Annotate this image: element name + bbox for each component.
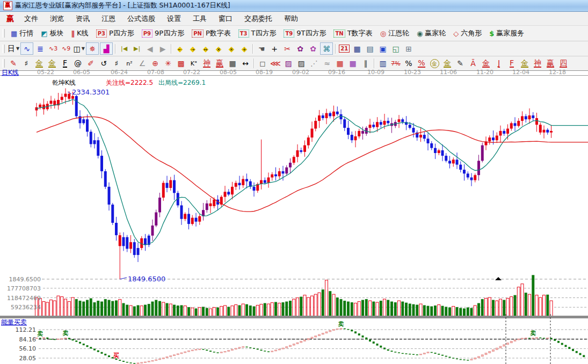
shen-slash-icon[interactable]: 神 (532, 58, 543, 69)
toolbar-grip[interactable] (2, 59, 5, 68)
circle-cross-icon[interactable]: ⊕ (149, 58, 161, 69)
dense-grid-icon[interactable]: ▦ (227, 58, 238, 69)
menu-item-8[interactable]: 窗口 (213, 13, 238, 24)
trendline-icon[interactable]: ∿ (20, 42, 33, 55)
hexagon-button[interactable]: ◇六角形 (449, 27, 485, 40)
toolbar-grip[interactable] (2, 45, 5, 53)
calculator-icon[interactable]: ▦ (351, 43, 363, 54)
chart-3-icon[interactable]: ∿3 (47, 43, 59, 54)
blocks-button[interactable]: ◩板块 (37, 27, 67, 40)
gann-lines-icon[interactable]: ♯ (20, 58, 32, 69)
fan-box-icon[interactable]: ▨ (282, 58, 294, 69)
gold-slash-icon[interactable]: 金 (519, 58, 531, 69)
angle-icon[interactable]: ∠ (136, 58, 148, 69)
p-square-button[interactable]: P3P四方形 (92, 27, 138, 40)
menu-item-3[interactable]: 资讯 (70, 13, 96, 24)
hspan-arrow-icon[interactable]: ↔ (239, 58, 251, 69)
notepad-icon[interactable]: ▤ (364, 43, 376, 54)
chart-area[interactable]: 05-2206-0506-2407-0807-2208-0508-1909-02… (0, 68, 588, 364)
gann-wheel-button[interactable]: ◎江恩轮 (376, 27, 413, 40)
title-bar[interactable]: 赢 赢家江恩专业版[赢家内部服务平台] - [上证指数 SH1A0001-167… (0, 0, 588, 12)
pane-splitter[interactable] (0, 316, 588, 318)
p-number-button[interactable]: PNP数字表 (188, 27, 235, 40)
period-day-dropdown[interactable]: 日▼ (8, 43, 19, 54)
menu-item-1[interactable]: 文件 (18, 13, 44, 24)
diamond-cross-icon[interactable]: ◆+ (238, 43, 250, 54)
kline-mark-icon[interactable]: K" (188, 58, 200, 69)
red-grid-icon[interactable]: ▦ (334, 58, 346, 69)
calendar-icon[interactable]: 21 (338, 43, 350, 54)
ray-fan-icon[interactable]: ⋰ (308, 58, 320, 69)
menu-item-10[interactable]: 帮助 (278, 13, 304, 24)
shen-line-icon[interactable]: 神 (201, 58, 213, 69)
t-number-button[interactable]: TNT数字表 (330, 27, 376, 40)
gann-web-icon[interactable]: ✳ (162, 58, 174, 69)
menu-item-9[interactable]: 交易委托 (238, 13, 278, 24)
pattern-icon[interactable]: ✵ (86, 42, 99, 55)
gold-line-icon[interactable]: 金 (33, 58, 45, 69)
hatch-box-icon[interactable]: ▨ (295, 58, 307, 69)
kline-chart-svg[interactable]: 05-2206-0506-2407-0807-2208-0508-1909-02… (0, 68, 588, 364)
box-select-icon[interactable]: ◻ (257, 58, 268, 69)
quotes-button[interactable]: ▦行情 (7, 27, 37, 40)
price-pane-label[interactable]: 日K线 (2, 69, 19, 76)
diamond-expand-icon[interactable]: ◆✳ (226, 43, 237, 54)
n2-cycle-icon[interactable]: n² (124, 58, 135, 69)
export-icon[interactable]: ◱ (390, 43, 402, 54)
f-slash-icon[interactable]: F (506, 58, 518, 69)
menu-item-5[interactable]: 公式选股 (121, 13, 161, 24)
info-list-icon[interactable]: ≣ (34, 43, 46, 54)
ribbon-tool-icon[interactable]: ✿ (307, 43, 319, 54)
p9-square-button[interactable]: P99P四方形 (138, 27, 188, 40)
diamond-right-icon[interactable]: ◆→ (187, 43, 199, 54)
menu-item-6[interactable]: 设置 (161, 13, 187, 24)
menu-item-7[interactable]: 工具 (187, 13, 213, 24)
t-square-button[interactable]: T3T四方形 (235, 27, 280, 40)
ying-line-icon[interactable]: 赢 (214, 58, 226, 69)
percent-line-icon[interactable]: % (416, 58, 427, 69)
kline-button[interactable]: ∥K线 (68, 27, 92, 40)
candle-type-dropdown[interactable]: ◫▼ (73, 43, 85, 54)
ying-slash-icon[interactable]: 赢 (545, 58, 556, 69)
save-icon[interactable]: ▣ (377, 43, 389, 54)
pencil-tool-icon[interactable]: ✎ (8, 58, 19, 69)
hand-tool-icon[interactable]: ☚ (256, 43, 267, 54)
flag-pencil-icon[interactable]: ✎ (454, 58, 466, 69)
zigzag-wave-icon[interactable]: ≈ (321, 58, 333, 69)
next-bar-icon[interactable]: ▶ (157, 43, 169, 54)
slashes-icon[interactable]: ∥ (360, 58, 372, 69)
prev-bar-icon[interactable]: ◀ (144, 43, 156, 54)
si-slash-icon[interactable]: 四 (557, 58, 569, 69)
menu-item-2[interactable]: 浏览 (44, 13, 70, 24)
f-line-icon[interactable]: F (59, 58, 71, 69)
gold-red-line-icon[interactable]: 金 (480, 58, 492, 69)
indicator-pane-label[interactable]: 能量买卖 (1, 318, 27, 326)
price-pane[interactable] (35, 88, 588, 279)
gold-circle-icon[interactable]: 金 (429, 58, 440, 69)
percent-icon[interactable]: % (403, 58, 415, 69)
winner-wheel-button[interactable]: ◉赢家轮 (413, 27, 449, 40)
j-slash-icon[interactable]: J (493, 58, 505, 69)
diamond-close-icon[interactable]: ◆✕ (213, 43, 224, 54)
last-bar-icon[interactable]: ▶| (131, 43, 143, 54)
gold-line2-icon[interactable]: 金 (46, 58, 58, 69)
diamond-hspan-icon[interactable]: ◆↔ (200, 43, 212, 54)
hash-lines-icon[interactable]: ♯ (111, 58, 122, 69)
purple-grid-icon[interactable]: ▦ (347, 58, 359, 69)
print-icon[interactable]: ⊞ (403, 43, 415, 54)
histogram-icon[interactable]: ▟ (100, 42, 113, 55)
wave-a-icon[interactable]: Ã (467, 58, 479, 69)
scale-chart-icon[interactable]: ▥ (377, 58, 389, 69)
gann-box-icon[interactable]: ▩ (175, 58, 187, 69)
menu-item-4[interactable]: 江恩 (96, 13, 121, 24)
ai-analyze-icon[interactable]: ⌘ (320, 42, 333, 55)
spiral-icon[interactable]: @ (72, 58, 84, 69)
no-percent-icon[interactable]: 7% (390, 58, 402, 69)
brush-icon[interactable]: ✐ (85, 58, 97, 69)
volume-pane[interactable] (35, 275, 553, 317)
diamond-left-icon[interactable]: ◆← (174, 43, 186, 54)
first-bar-icon[interactable]: |◀ (118, 43, 130, 54)
gold-lines3-icon[interactable]: 金 (441, 58, 453, 69)
toolbar-grip[interactable] (2, 29, 5, 38)
crosshair-tool-icon[interactable]: + (268, 43, 280, 54)
